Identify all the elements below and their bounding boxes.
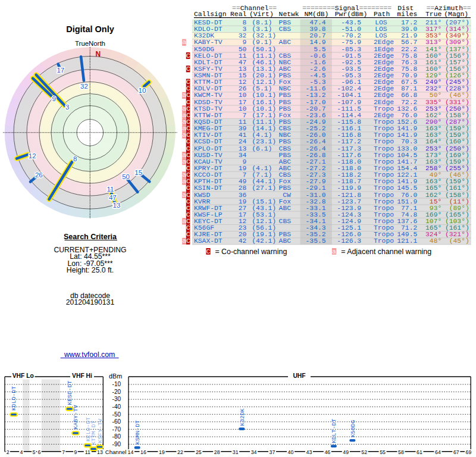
- svg-text:12: 12: [29, 152, 36, 159]
- svg-text:KABY-TV: KABY-TV: [73, 405, 79, 429]
- svg-text:43: 43: [306, 449, 312, 455]
- svg-text:22: 22: [177, 449, 183, 455]
- svg-text:16: 16: [140, 449, 146, 455]
- svg-text:KSMN-DT: KSMN-DT: [134, 420, 141, 445]
- svg-text:11: 11: [107, 186, 114, 193]
- svg-text:11: 11: [85, 449, 90, 455]
- svg-text:26: 26: [35, 171, 43, 179]
- svg-text:-10: -10: [112, 381, 121, 387]
- svg-text:7: 7: [62, 449, 65, 455]
- svg-text:37: 37: [270, 449, 275, 455]
- svg-text:50: 50: [122, 173, 130, 180]
- svg-text:UHF: UHF: [293, 373, 305, 379]
- svg-text:17: 17: [57, 67, 64, 74]
- svg-text:VHF Lo: VHF Lo: [12, 373, 34, 379]
- svg-text:5: 5: [33, 449, 36, 455]
- svg-text:13: 13: [113, 202, 121, 209]
- svg-text:N: N: [95, 50, 101, 58]
- svg-text:14: 14: [128, 449, 134, 455]
- svg-text:-60: -60: [112, 418, 121, 425]
- svg-text:www.tvfool.com: www.tvfool.com: [64, 350, 115, 359]
- svg-text:61: 61: [416, 449, 422, 455]
- svg-text:-50: -50: [112, 411, 121, 418]
- svg-text:-70: -70: [112, 426, 121, 433]
- svg-text:a: a: [332, 248, 336, 255]
- svg-text:= Adjacent channel warning: = Adjacent channel warning: [341, 248, 431, 256]
- svg-text:KDLT-DT: KDLT-DT: [331, 419, 337, 443]
- svg-text:dBm: dBm: [109, 373, 122, 380]
- svg-text:201204190131: 201204190131: [66, 298, 115, 306]
- svg-text:TrueNorth: TrueNorth: [75, 40, 105, 47]
- svg-text:KESD-DT: KESD-DT: [67, 380, 73, 405]
- svg-text:K32DK: K32DK: [239, 408, 246, 426]
- svg-text:Digital Only: Digital Only: [66, 24, 114, 34]
- svg-text:VHF Hi: VHF Hi: [72, 373, 92, 379]
- svg-text:Height: 25.0 ft.: Height: 25.0 ft.: [67, 266, 114, 274]
- svg-text:13: 13: [97, 449, 103, 455]
- svg-text:40: 40: [288, 449, 294, 455]
- svg-text:2: 2: [7, 449, 10, 455]
- svg-text:6: 6: [38, 449, 41, 455]
- svg-text:C: C: [206, 248, 210, 255]
- svg-text:3: 3: [65, 104, 69, 111]
- svg-text:Channel: Channel: [105, 449, 127, 455]
- svg-text:-20: -20: [112, 389, 121, 395]
- svg-text:49: 49: [343, 449, 349, 455]
- svg-text:25: 25: [196, 449, 202, 455]
- svg-text:58: 58: [398, 449, 404, 455]
- svg-text:KDLO-DT: KDLO-DT: [11, 386, 17, 411]
- svg-text:47: 47: [109, 194, 117, 201]
- svg-text:64: 64: [435, 449, 441, 455]
- svg-text:9: 9: [52, 95, 55, 102]
- svg-text:9: 9: [74, 449, 77, 455]
- svg-text:28: 28: [214, 449, 220, 455]
- svg-text:4: 4: [20, 449, 23, 455]
- svg-text:10: 10: [139, 87, 146, 94]
- svg-text:46: 46: [324, 449, 330, 455]
- svg-text:K50DG: K50DG: [350, 420, 356, 438]
- svg-text:-40: -40: [112, 403, 121, 410]
- svg-text:67: 67: [453, 449, 459, 455]
- svg-text:8: 8: [73, 155, 77, 162]
- svg-text:55: 55: [380, 449, 386, 455]
- svg-text:= Co-channel warning: = Co-channel warning: [215, 248, 287, 256]
- svg-text:-80: -80: [112, 433, 121, 440]
- svg-text:Search Criteria: Search Criteria: [64, 233, 117, 241]
- svg-text:34: 34: [251, 449, 257, 455]
- svg-text:KSFY-TV: KSFY-TV: [97, 418, 104, 443]
- svg-text:15: 15: [134, 169, 142, 176]
- svg-text:52: 52: [361, 449, 367, 455]
- svg-text:69: 69: [466, 449, 472, 455]
- svg-text:-30: -30: [112, 396, 121, 402]
- svg-text:32: 32: [80, 83, 88, 90]
- svg-text:-90: -90: [112, 441, 121, 447]
- svg-text:19: 19: [159, 449, 165, 455]
- svg-text:31: 31: [233, 449, 239, 455]
